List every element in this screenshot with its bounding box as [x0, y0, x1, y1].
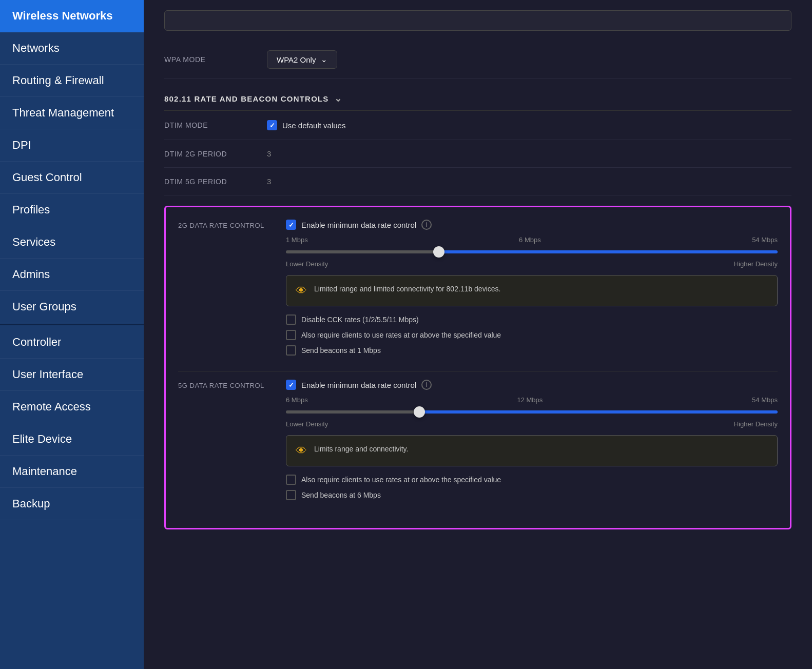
rate-2g-sub2-label: Also require clients to use rates at or …: [301, 331, 501, 339]
rate-2g-slider-labels: 1 Mbps 6 Mbps 54 Mbps: [286, 236, 778, 244]
dtim-mode-checkbox-label: Use default values: [282, 121, 345, 130]
rate-5g-enable-row: ✓ Enable minimum data rate control i: [286, 380, 778, 390]
dtim-2g-label: DTIM 2G Period: [164, 150, 267, 158]
top-input-stub: [164, 10, 791, 31]
rate-2g-sub3-row: Send beacons at 1 Mbps: [286, 345, 778, 356]
dtim-mode-checkbox-group: ✓ Use default values: [267, 120, 345, 130]
rate-5g-warning: 👁 Limits range and connectivity.: [286, 435, 778, 466]
rate-2g-slider-track: [286, 250, 778, 253]
rate-2g-warning: 👁 Limited range and limited connectivity…: [286, 275, 778, 306]
rate-section-divider: [178, 371, 778, 371]
sidebar-item-threat-management[interactable]: Threat Management: [0, 97, 144, 129]
sidebar-item-admins[interactable]: Admins: [0, 259, 144, 291]
rate-5g-sub1-row: Also require clients to use rates at or …: [286, 475, 778, 485]
sidebar-item-user-groups[interactable]: User Groups: [0, 291, 144, 323]
sidebar-item-guest-control[interactable]: Guest Control: [0, 162, 144, 194]
rate-2g-enable-label: Enable minimum data rate control: [301, 221, 416, 229]
rate-5g-row: 5G Data Rate Control ✓ Enable minimum da…: [178, 380, 778, 505]
rate-5g-max-label: 54 Mbps: [752, 396, 778, 404]
rate-5g-sub2-label: Send beacons at 6 Mbps: [301, 491, 381, 499]
rate-5g-warning-text: Limits range and connectivity.: [314, 444, 408, 455]
sidebar-item-elite-device[interactable]: Elite Device: [0, 423, 144, 456]
rate-2g-slider[interactable]: [286, 247, 778, 257]
wpa-mode-value: WPA2 Only: [277, 55, 316, 64]
rate-2g-sub2-checkbox[interactable]: [286, 330, 296, 340]
sidebar-item-controller[interactable]: Controller: [0, 326, 144, 359]
rate-2g-label: 2G Data Rate Control: [178, 220, 270, 361]
dtim-5g-value: 3: [267, 177, 271, 186]
dtim-mode-row: DTIM Mode ✓ Use default values: [164, 111, 791, 140]
rate-5g-sub2-checkbox[interactable]: [286, 490, 296, 500]
sidebar-item-networks[interactable]: Networks: [0, 32, 144, 65]
sidebar-item-maintenance[interactable]: Maintenance: [0, 456, 144, 488]
dtim-mode-label: DTIM Mode: [164, 121, 267, 129]
section-chevron-icon[interactable]: ⌄: [334, 93, 342, 104]
dtim-2g-value: 3: [267, 149, 271, 158]
section-title: 802.11 RATE AND BEACON CONTROLS: [164, 94, 329, 103]
rate-control-section: 2G Data Rate Control ✓ Enable minimum da…: [164, 206, 791, 529]
rate-2g-density-labels: Lower Density Higher Density: [286, 260, 778, 268]
sidebar-item-user-interface[interactable]: User Interface: [0, 359, 144, 391]
sidebar: Wireless NetworksNetworksRouting & Firew…: [0, 0, 144, 669]
rate-2g-sub1-checkbox[interactable]: [286, 314, 296, 325]
rate-2g-eye-icon: 👁: [296, 284, 307, 298]
rate-5g-content: ✓ Enable minimum data rate control i 6 M…: [286, 380, 778, 505]
sidebar-divider: [0, 324, 144, 325]
rate-5g-density-labels: Lower Density Higher Density: [286, 420, 778, 428]
rate-2g-warning-text: Limited range and limited connectivity f…: [314, 284, 500, 294]
rate-5g-checkmark-icon: ✓: [288, 381, 294, 389]
wpa-mode-chevron-icon: ⌄: [321, 55, 327, 64]
rate-5g-min-label: 6 Mbps: [286, 396, 308, 404]
rate-2g-sub2-row: Also require clients to use rates at or …: [286, 330, 778, 340]
rate-2g-row: 2G Data Rate Control ✓ Enable minimum da…: [178, 220, 778, 361]
rate-2g-checkbox[interactable]: ✓: [286, 220, 296, 230]
rate-5g-slider-thumb[interactable]: [414, 406, 425, 418]
sidebar-item-dpi[interactable]: DPI: [0, 129, 144, 162]
rate-5g-density-low: Lower Density: [286, 420, 328, 428]
sidebar-item-wireless-networks[interactable]: Wireless Networks: [0, 0, 144, 32]
rate-5g-sub1-checkbox[interactable]: [286, 475, 296, 485]
dtim-2g-row: DTIM 2G Period 3: [164, 140, 791, 168]
rate-2g-min-label: 1 Mbps: [286, 236, 308, 244]
rate-beacon-section-header: 802.11 RATE AND BEACON CONTROLS ⌄: [164, 78, 791, 111]
sidebar-item-backup[interactable]: Backup: [0, 488, 144, 520]
rate-2g-content: ✓ Enable minimum data rate control i 1 M…: [286, 220, 778, 361]
dtim-5g-label: DTIM 5G Period: [164, 178, 267, 186]
rate-2g-slider-thumb[interactable]: [433, 246, 444, 258]
rate-5g-info-icon[interactable]: i: [421, 380, 432, 390]
wpa-mode-row: WPA Mode WPA2 Only ⌄: [164, 41, 791, 78]
rate-2g-sub1-label: Disable CCK rates (1/2/5.5/11 Mbps): [301, 316, 419, 324]
sidebar-item-profiles[interactable]: Profiles: [0, 194, 144, 226]
rate-5g-label: 5G Data Rate Control: [178, 380, 270, 505]
rate-2g-sub3-label: Send beacons at 1 Mbps: [301, 346, 381, 355]
rate-5g-sub2-row: Send beacons at 6 Mbps: [286, 490, 778, 500]
sidebar-item-services[interactable]: Services: [0, 226, 144, 259]
rate-5g-density-high: Higher Density: [734, 420, 778, 428]
rate-2g-mid-label: 6 Mbps: [519, 236, 541, 244]
rate-2g-checkmark-icon: ✓: [288, 221, 294, 229]
rate-5g-enable-label: Enable minimum data rate control: [301, 381, 416, 389]
rate-5g-slider-labels: 6 Mbps 12 Mbps 54 Mbps: [286, 396, 778, 404]
rate-2g-sub1-row: Disable CCK rates (1/2/5.5/11 Mbps): [286, 314, 778, 325]
main-content: WPA Mode WPA2 Only ⌄ 802.11 RATE AND BEA…: [144, 0, 812, 669]
wpa-mode-label: WPA Mode: [164, 55, 267, 64]
rate-2g-sub3-checkbox[interactable]: [286, 345, 296, 356]
rate-5g-sub1-label: Also require clients to use rates at or …: [301, 476, 501, 484]
wpa-mode-dropdown[interactable]: WPA2 Only ⌄: [267, 50, 337, 69]
rate-5g-mid-label: 12 Mbps: [517, 396, 543, 404]
dtim-mode-checkbox[interactable]: ✓: [267, 120, 277, 130]
rate-2g-density-low: Lower Density: [286, 260, 328, 268]
checkmark-icon: ✓: [269, 122, 275, 129]
rate-5g-slider-track: [286, 410, 778, 414]
rate-2g-info-icon[interactable]: i: [421, 220, 432, 230]
sidebar-item-routing-firewall[interactable]: Routing & Firewall: [0, 65, 144, 97]
rate-2g-density-high: Higher Density: [734, 260, 778, 268]
rate-5g-slider[interactable]: [286, 407, 778, 417]
rate-5g-checkbox[interactable]: ✓: [286, 380, 296, 390]
rate-2g-max-label: 54 Mbps: [752, 236, 778, 244]
rate-5g-eye-icon: 👁: [296, 444, 307, 458]
rate-2g-enable-row: ✓ Enable minimum data rate control i: [286, 220, 778, 230]
dtim-5g-row: DTIM 5G Period 3: [164, 168, 791, 195]
sidebar-item-remote-access[interactable]: Remote Access: [0, 391, 144, 423]
